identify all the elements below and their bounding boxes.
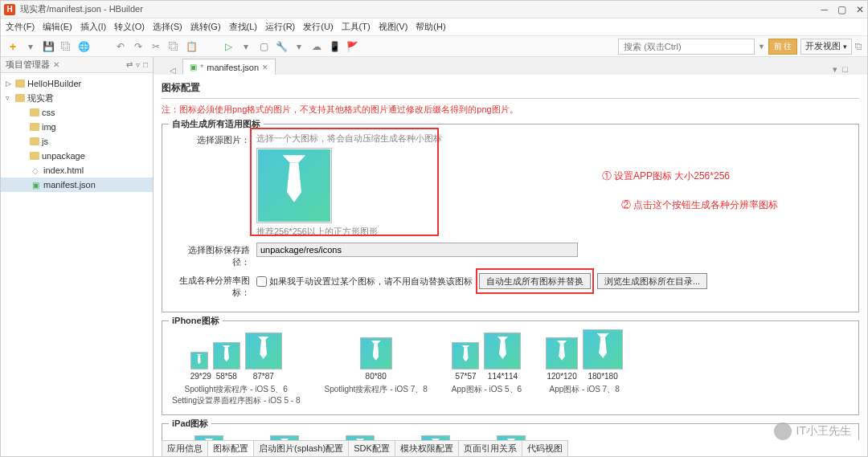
editor-content[interactable]: 图标配置 注：图标必须使用png格式的图片，不支持其他格式的图片通过修改后缀名得…: [154, 75, 867, 456]
section-iphone-title: iPhone图标: [169, 315, 223, 327]
tab-label: manifest.json: [207, 63, 259, 72]
menu-insert[interactable]: 插入(I): [80, 21, 106, 33]
tree-item-img[interactable]: img: [1, 120, 153, 134]
link-editor-icon[interactable]: ⇄: [126, 60, 133, 69]
tab-scroll-left-icon[interactable]: ◁: [170, 66, 176, 75]
menu-file[interactable]: 文件(F): [6, 21, 35, 33]
warning-note: 注：图标必须使用png格式的图片，不支持其他格式的图片通过修改后缀名得到的png…: [162, 104, 859, 116]
save-all-icon[interactable]: ⿻: [59, 39, 73, 54]
copy-icon[interactable]: ⿻: [166, 39, 181, 54]
go-button[interactable]: 前 往: [768, 39, 797, 55]
sidebar-title: 项目管理器: [6, 59, 50, 71]
save-path-input[interactable]: [256, 243, 578, 257]
device-icon[interactable]: 📱: [327, 39, 342, 54]
json-file-icon: ▣: [190, 63, 197, 71]
undo-icon[interactable]: ↶: [113, 39, 128, 54]
icon-slot-87*87[interactable]: [245, 333, 282, 369]
collapse-icon[interactable]: □: [143, 60, 148, 69]
toolbar: + ▾ 💾 ⿻ 🌐 ↶ ↷ ✂ ⿻ 📋 ▷ ▾ ▢ 🔧 ▾ ☁ 📱 🚩 ▼ 前 …: [1, 36, 867, 57]
maximize-editor-icon[interactable]: □: [842, 64, 848, 75]
cut-icon[interactable]: ✂: [149, 39, 163, 54]
group-caption: Spotlight搜索程序 - iOS 7、8: [324, 384, 427, 395]
close-button[interactable]: ✕: [856, 4, 864, 15]
no-replace-checkbox-label[interactable]: 如果我手动设置过某个图标，请不用自动替换该图标: [256, 275, 473, 288]
new-button[interactable]: +: [6, 39, 20, 54]
menu-tools[interactable]: 工具(T): [342, 21, 371, 33]
tab-manifest[interactable]: ▣ * manifest.json ✕: [182, 59, 276, 75]
icon-slot-80*80[interactable]: [360, 337, 392, 369]
view-dropdown-icon[interactable]: ⿻: [855, 43, 862, 51]
menu-view[interactable]: 视图(V): [379, 21, 408, 33]
hint-size: 推荐256*256以上的正方形图形: [256, 226, 849, 238]
debug-icon[interactable]: ▢: [256, 39, 271, 54]
icon-group: 57*57114*114App图标 - iOS 5、6: [452, 329, 522, 395]
generate-button[interactable]: 自动生成所有图标并替换: [479, 273, 591, 289]
icon-group: 29*2958*5887*87Spotlight搜索程序 - iOS 5、6Se…: [172, 329, 300, 406]
menu-find[interactable]: 查找(L): [229, 21, 257, 33]
group-caption: App图标 - iOS 5、6: [452, 384, 522, 395]
icon-slot-120*120[interactable]: [546, 337, 578, 369]
icon-slot-114*114[interactable]: [484, 333, 521, 369]
menu-publish[interactable]: 发行(U): [303, 21, 333, 33]
hint-source: 选择一个大图标，将会自动压缩生成各种小图标: [256, 133, 849, 145]
tree-item-index.html[interactable]: ◇index.html: [1, 163, 153, 177]
browse-button[interactable]: 浏览生成图标所在目录...: [597, 273, 707, 289]
btab-pageref[interactable]: 页面引用关系: [458, 440, 522, 456]
source-icon-preview[interactable]: [256, 148, 332, 223]
btab-sdk[interactable]: SDK配置: [348, 440, 395, 456]
flag-icon[interactable]: 🚩: [345, 39, 359, 54]
close-panel-icon[interactable]: ✕: [53, 60, 59, 69]
sidebar: 项目管理器 ✕ ⇄ ▿ □ ▷HelloHBuilder▿现实君cssimgjs…: [1, 57, 154, 456]
tool2-icon[interactable]: ▾: [292, 39, 306, 54]
menu-escape[interactable]: 转义(O): [114, 21, 145, 33]
menu-help[interactable]: 帮助(H): [416, 21, 445, 33]
run-dropdown-icon[interactable]: ▾: [239, 39, 253, 54]
btab-splash[interactable]: 启动图片(splash)配置: [253, 440, 349, 456]
tab-close-icon[interactable]: ✕: [262, 63, 268, 71]
project-tree: ▷HelloHBuilder▿现实君cssimgjsunpackage◇inde…: [1, 73, 153, 195]
tree-item-现实君[interactable]: ▿现实君: [1, 91, 153, 105]
btab-icon[interactable]: 图标配置: [207, 440, 254, 456]
btab-module[interactable]: 模块权限配置: [395, 440, 459, 456]
maximize-button[interactable]: ▢: [837, 4, 846, 15]
menu-select[interactable]: 选择(S): [153, 21, 182, 33]
label-path: 选择图标保存路径：: [172, 243, 256, 268]
dev-view-button[interactable]: 开发视图▾: [800, 39, 852, 55]
group-caption: Spotlight搜索程序 - iOS 5、6Setting设置界面程序图标 -…: [172, 384, 300, 406]
no-replace-checkbox[interactable]: [256, 276, 267, 287]
chevron-down-icon[interactable]: ▾: [23, 39, 38, 54]
tab-menu-icon[interactable]: ▾: [833, 64, 837, 75]
redo-icon[interactable]: ↷: [131, 39, 145, 54]
tree-item-css[interactable]: css: [1, 105, 153, 120]
tree-item-HelloHBuilder[interactable]: ▷HelloHBuilder: [1, 76, 153, 91]
menu-edit[interactable]: 编辑(E): [43, 21, 72, 33]
cloud-icon[interactable]: ☁: [309, 39, 324, 54]
menu-bar: 文件(F) 编辑(E) 插入(I) 转义(O) 选择(S) 跳转(G) 查找(L…: [1, 18, 867, 36]
btab-appinfo[interactable]: 应用信息: [162, 440, 208, 456]
section-title: 自动生成所有适用图标: [169, 118, 264, 130]
menu-run[interactable]: 运行(R): [265, 21, 295, 33]
icon-slot-29*29[interactable]: [190, 352, 208, 369]
minimize-button[interactable]: ─: [821, 4, 828, 15]
run-icon[interactable]: ▷: [221, 39, 235, 54]
icon-group: 120*120180*180App图标 - iOS 7、8: [546, 329, 623, 395]
search-input[interactable]: [618, 39, 755, 55]
tree-item-js[interactable]: js: [1, 134, 153, 149]
section-auto-generate: 自动生成所有适用图标 选择源图片： 选择一个大图标，将会自动压缩生成各种小图标 …: [162, 124, 859, 312]
menu-goto[interactable]: 跳转(G): [190, 21, 221, 33]
sidebar-menu-icon[interactable]: ▿: [136, 60, 140, 69]
browser-icon[interactable]: 🌐: [76, 39, 91, 54]
title-bar: H 现实君/manifest.json - HBuilder ─ ▢ ✕: [1, 1, 867, 18]
icon-slot-180*180[interactable]: [583, 329, 623, 369]
tree-item-unpackage[interactable]: unpackage: [1, 149, 153, 163]
paste-icon[interactable]: 📋: [184, 39, 199, 54]
icon-slot-58*58[interactable]: [213, 342, 240, 369]
page-title: 图标配置: [162, 78, 859, 99]
tool-icon[interactable]: 🔧: [274, 39, 289, 54]
btab-code[interactable]: 代码视图: [522, 440, 568, 456]
search-dropdown-icon[interactable]: ▼: [758, 43, 765, 51]
label-gen: 生成各种分辨率图标：: [172, 273, 256, 299]
tree-item-manifest.json[interactable]: ▣manifest.json: [1, 177, 153, 192]
save-icon[interactable]: 💾: [41, 39, 55, 54]
icon-slot-57*57[interactable]: [452, 342, 479, 369]
